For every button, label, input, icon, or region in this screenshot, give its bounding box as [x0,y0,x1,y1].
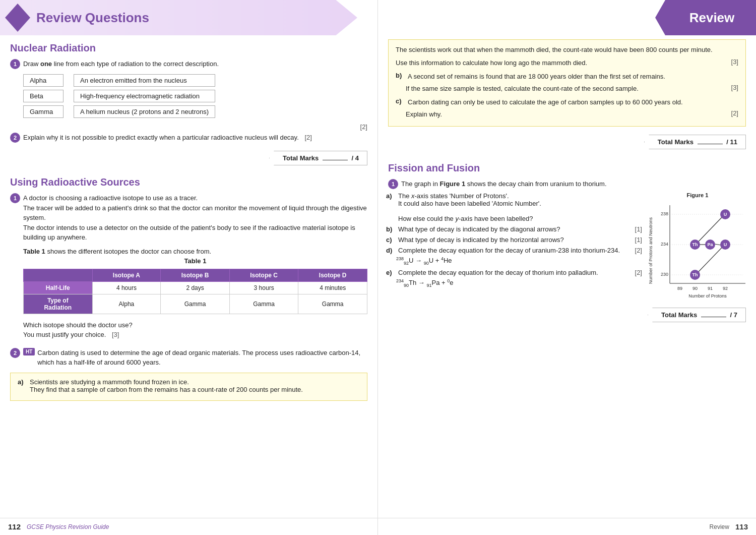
svg-text:230: 230 [661,272,668,277]
carbon-q2-num: 2 [10,348,20,358]
right-header-title: Review [689,10,735,26]
svg-text:234: 234 [661,242,668,247]
qe-inner: e) Complete the decay equation for the d… [386,269,598,276]
q2c-label: c) [396,97,406,105]
qe-section: e) Complete the decay equation for the d… [386,269,642,288]
q2-num: 2 [10,133,20,143]
page-num-right: 113 [735,522,748,531]
qa-section: a) The x-axis states 'Number of Protons'… [386,192,642,222]
q1-marks: [2] [0,123,377,131]
q1-num: 1 [10,59,20,69]
page: Review Questions Nuclear Radiation 1 Dra… [0,0,756,535]
radiation-d: Gamma [298,294,367,314]
carbon-q2-text: Carbon dating is used to determine the a… [37,348,367,368]
page-num-left: 112 [8,522,21,531]
qd-row: d) Complete the decay equation for the d… [386,247,642,254]
using-radioactive-heading: Using Radioactive Sources [0,172,377,191]
table-row-halflife: Half-Life 4 hours 2 days 3 hours 4 minut… [24,281,367,294]
qc-row: c) What type of decay is indicated by th… [386,236,642,244]
qe-equation: 23490Th → 91Pa + 0e [386,278,642,288]
svg-text:Th: Th [692,272,698,277]
radio-q1-num: 1 [10,193,20,203]
figure-label: Figure 1 [647,192,748,198]
right-page: Review The scientists work out that when… [378,0,756,535]
nuclear-total-marks: Total Marks / 4 [0,146,377,170]
radiation-b: Gamma [161,294,230,314]
q2c-sub-text: Explain why. [406,109,726,120]
left-header: Review Questions [0,0,377,35]
total-marks-box-3: Total Marks / 7 [648,308,746,322]
yellow-box-left: a) Scientists are studying a mammoth fou… [10,373,367,401]
q2c-text: Carbon dating can only be used to calcul… [408,97,738,107]
isotope-choice-text: Which isotope should the doctor use? You… [23,320,367,340]
carbon-q2-row: 2 HT Carbon dating is used to determine … [0,346,377,370]
radiation-alpha: Alpha [23,74,64,87]
book-title: GCSE Physics Revision Guide [27,523,109,530]
svg-text:Pa: Pa [707,242,713,247]
qb-text: What type of decay is indicated by the d… [398,225,560,233]
table-header-a: Isotope A [92,269,161,281]
qd-section: d) Complete the decay equation for the d… [386,247,642,266]
figure-1-container: Figure 1 Number of Protons and Neutrons … [647,192,748,303]
q2a-row: a) Scientists are studying a mammoth fou… [18,378,360,393]
ff-questions: a) The x-axis states 'Number of Protons'… [386,192,642,291]
nuclear-radiation-heading: Nuclear Radiation [0,38,377,57]
halflife-c: 3 hours [229,281,298,294]
halflife-d: 4 minutes [298,281,367,294]
table-header-empty [24,269,93,281]
qb-row: b) What type of decay is indicated by th… [386,225,642,233]
row-label-halflife: Half-Life [24,281,93,294]
table-header-d: Isotope D [298,269,367,281]
header-banner: Review Questions [0,0,357,35]
q2-row: 2 Explain why it is not possible to pred… [0,131,377,145]
ff-q1-text: The graph in Figure 1 shows the decay ch… [401,179,746,189]
qa-row: a) The x-axis states 'Number of Protons'… [386,192,642,222]
table-shows-text: Table 1 shows the different isotopes the… [0,246,377,257]
q2b-label: b) [396,72,406,79]
table-caption: Table 1 [23,257,367,265]
footer-review-label: Review [710,523,729,530]
svg-text:Number of Protons and Neutrons: Number of Protons and Neutrons [648,217,653,284]
svg-line-15 [697,215,724,244]
qe-row: e) Complete the decay equation for the d… [386,269,642,276]
q2b-row: b) A second set of remains is found that… [396,72,738,82]
right-header-banner: Review [655,0,756,35]
use-info-text: Use this information to calculate how lo… [396,58,726,68]
desc-3: A helium nucleus (2 protons and 2 neutro… [74,105,215,118]
fission-fusion-section: Fission and Fusion 1 The graph in Figure… [378,158,756,327]
qd-inner: d) Complete the decay equation for the d… [386,247,620,254]
desc-2: High-frequency electromagnetic radiation [74,90,215,102]
qc-marks: [1] [635,236,642,244]
ff-q1-row: 1 The graph in Figure 1 shows the decay … [378,177,756,191]
qe-label: e) [386,269,396,276]
row-label-radiation: Type ofRadiation [24,294,93,314]
radiation-a: Alpha [92,294,161,314]
qa-text: The x-axis states 'Number of Protons'. I… [398,192,541,222]
matching-section: Alpha Beta Gamma An electron emitted fro… [0,72,377,120]
q2a-label: a) [18,378,28,386]
left-content: Nuclear Radiation 1 Draw one line from e… [0,38,377,424]
halflife-b: 2 days [161,281,230,294]
q2c-sub-row: Explain why. [2] [396,109,738,120]
qa-label: a) [386,192,396,200]
left-header-title: Review Questions [36,10,149,26]
qd-equation: 23892U → 90U + 4He [386,256,642,266]
q1-text: Draw one line from each type of radiatio… [23,59,367,69]
table-row-radiation: Type ofRadiation Alpha Gamma Gamma Gamma [24,294,367,314]
svg-text:89: 89 [677,286,682,291]
ff-q1-num: 1 [388,179,398,189]
footer-right: Review 113 [378,518,756,535]
use-info-marks: [3] [731,58,738,66]
svg-text:91: 91 [708,286,713,291]
qd-marks: [2] [635,247,642,254]
q2b-sub-row: If the same size sample is tested, calcu… [396,84,738,94]
svg-text:Th: Th [692,242,698,247]
desc-1: An electron emitted from the nucleus [74,74,215,87]
svg-text:U: U [724,212,727,217]
diamond-icon [4,3,32,33]
qb-marks: [1] [635,225,642,233]
qe-marks: [2] [635,269,642,276]
right-content: The scientists work out that when the ma… [378,39,756,347]
q2b-section: b) A second set of remains is found that… [396,72,738,93]
q2c-row: c) Carbon dating can only be used to cal… [396,97,738,107]
